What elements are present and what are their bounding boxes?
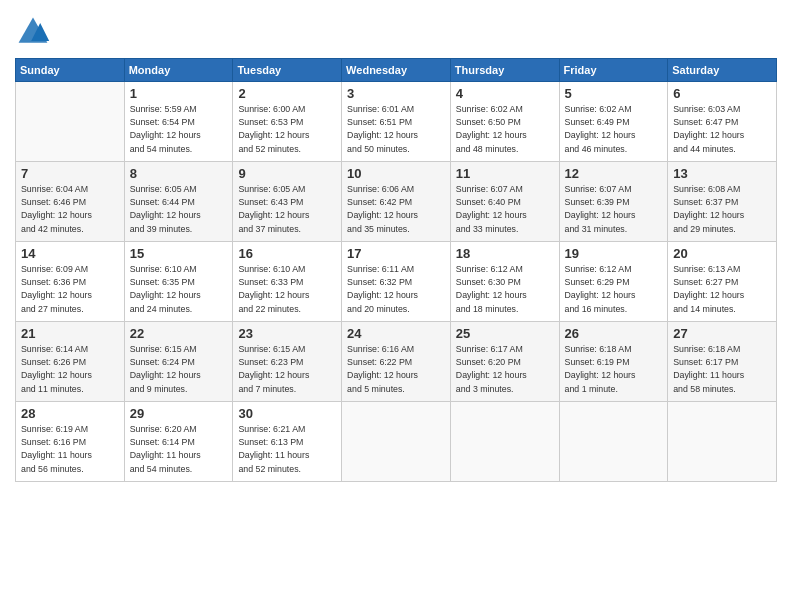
calendar-cell: 2Sunrise: 6:00 AM Sunset: 6:53 PM Daylig… [233,82,342,162]
calendar-cell: 18Sunrise: 6:12 AM Sunset: 6:30 PM Dayli… [450,242,559,322]
day-info: Sunrise: 6:02 AM Sunset: 6:50 PM Dayligh… [456,103,554,156]
calendar-cell: 23Sunrise: 6:15 AM Sunset: 6:23 PM Dayli… [233,322,342,402]
day-header-saturday: Saturday [668,59,777,82]
page: SundayMondayTuesdayWednesdayThursdayFrid… [0,0,792,612]
week-row-5: 28Sunrise: 6:19 AM Sunset: 6:16 PM Dayli… [16,402,777,482]
day-info: Sunrise: 6:05 AM Sunset: 6:44 PM Dayligh… [130,183,228,236]
day-info: Sunrise: 6:10 AM Sunset: 6:35 PM Dayligh… [130,263,228,316]
calendar-cell: 1Sunrise: 5:59 AM Sunset: 6:54 PM Daylig… [124,82,233,162]
day-number: 30 [238,406,336,421]
day-number: 3 [347,86,445,101]
calendar-cell: 12Sunrise: 6:07 AM Sunset: 6:39 PM Dayli… [559,162,668,242]
calendar-cell: 26Sunrise: 6:18 AM Sunset: 6:19 PM Dayli… [559,322,668,402]
calendar-cell: 9Sunrise: 6:05 AM Sunset: 6:43 PM Daylig… [233,162,342,242]
day-header-monday: Monday [124,59,233,82]
calendar-cell [16,82,125,162]
day-info: Sunrise: 6:02 AM Sunset: 6:49 PM Dayligh… [565,103,663,156]
calendar-cell: 22Sunrise: 6:15 AM Sunset: 6:24 PM Dayli… [124,322,233,402]
logo-icon [15,14,51,50]
calendar-cell: 6Sunrise: 6:03 AM Sunset: 6:47 PM Daylig… [668,82,777,162]
day-info: Sunrise: 6:07 AM Sunset: 6:40 PM Dayligh… [456,183,554,236]
day-number: 27 [673,326,771,341]
day-number: 21 [21,326,119,341]
calendar-cell: 3Sunrise: 6:01 AM Sunset: 6:51 PM Daylig… [342,82,451,162]
calendar-cell: 10Sunrise: 6:06 AM Sunset: 6:42 PM Dayli… [342,162,451,242]
day-info: Sunrise: 6:03 AM Sunset: 6:47 PM Dayligh… [673,103,771,156]
day-number: 22 [130,326,228,341]
day-info: Sunrise: 6:18 AM Sunset: 6:17 PM Dayligh… [673,343,771,396]
day-info: Sunrise: 6:00 AM Sunset: 6:53 PM Dayligh… [238,103,336,156]
week-row-3: 14Sunrise: 6:09 AM Sunset: 6:36 PM Dayli… [16,242,777,322]
day-number: 17 [347,246,445,261]
day-number: 12 [565,166,663,181]
day-header-wednesday: Wednesday [342,59,451,82]
day-info: Sunrise: 6:19 AM Sunset: 6:16 PM Dayligh… [21,423,119,476]
day-number: 26 [565,326,663,341]
day-info: Sunrise: 6:16 AM Sunset: 6:22 PM Dayligh… [347,343,445,396]
day-info: Sunrise: 6:10 AM Sunset: 6:33 PM Dayligh… [238,263,336,316]
day-number: 19 [565,246,663,261]
day-number: 2 [238,86,336,101]
day-info: Sunrise: 6:13 AM Sunset: 6:27 PM Dayligh… [673,263,771,316]
day-info: Sunrise: 6:04 AM Sunset: 6:46 PM Dayligh… [21,183,119,236]
calendar-cell: 8Sunrise: 6:05 AM Sunset: 6:44 PM Daylig… [124,162,233,242]
day-info: Sunrise: 6:15 AM Sunset: 6:23 PM Dayligh… [238,343,336,396]
calendar-cell: 11Sunrise: 6:07 AM Sunset: 6:40 PM Dayli… [450,162,559,242]
day-info: Sunrise: 6:18 AM Sunset: 6:19 PM Dayligh… [565,343,663,396]
day-number: 25 [456,326,554,341]
day-info: Sunrise: 6:12 AM Sunset: 6:29 PM Dayligh… [565,263,663,316]
day-number: 28 [21,406,119,421]
calendar-cell: 13Sunrise: 6:08 AM Sunset: 6:37 PM Dayli… [668,162,777,242]
day-header-tuesday: Tuesday [233,59,342,82]
day-info: Sunrise: 6:21 AM Sunset: 6:13 PM Dayligh… [238,423,336,476]
calendar-cell: 17Sunrise: 6:11 AM Sunset: 6:32 PM Dayli… [342,242,451,322]
day-info: Sunrise: 6:15 AM Sunset: 6:24 PM Dayligh… [130,343,228,396]
day-info: Sunrise: 6:14 AM Sunset: 6:26 PM Dayligh… [21,343,119,396]
day-number: 10 [347,166,445,181]
day-number: 6 [673,86,771,101]
day-number: 4 [456,86,554,101]
calendar-cell [668,402,777,482]
calendar-cell: 15Sunrise: 6:10 AM Sunset: 6:35 PM Dayli… [124,242,233,322]
calendar-cell: 30Sunrise: 6:21 AM Sunset: 6:13 PM Dayli… [233,402,342,482]
calendar-cell: 19Sunrise: 6:12 AM Sunset: 6:29 PM Dayli… [559,242,668,322]
week-row-1: 1Sunrise: 5:59 AM Sunset: 6:54 PM Daylig… [16,82,777,162]
day-header-sunday: Sunday [16,59,125,82]
day-header-friday: Friday [559,59,668,82]
calendar-cell: 5Sunrise: 6:02 AM Sunset: 6:49 PM Daylig… [559,82,668,162]
day-info: Sunrise: 6:08 AM Sunset: 6:37 PM Dayligh… [673,183,771,236]
day-number: 14 [21,246,119,261]
day-number: 18 [456,246,554,261]
day-number: 1 [130,86,228,101]
calendar-cell: 21Sunrise: 6:14 AM Sunset: 6:26 PM Dayli… [16,322,125,402]
calendar-cell: 25Sunrise: 6:17 AM Sunset: 6:20 PM Dayli… [450,322,559,402]
calendar-cell [450,402,559,482]
calendar-cell: 20Sunrise: 6:13 AM Sunset: 6:27 PM Dayli… [668,242,777,322]
day-info: Sunrise: 6:06 AM Sunset: 6:42 PM Dayligh… [347,183,445,236]
header [15,10,777,50]
day-info: Sunrise: 6:09 AM Sunset: 6:36 PM Dayligh… [21,263,119,316]
day-info: Sunrise: 6:01 AM Sunset: 6:51 PM Dayligh… [347,103,445,156]
day-number: 13 [673,166,771,181]
day-number: 24 [347,326,445,341]
day-info: Sunrise: 6:12 AM Sunset: 6:30 PM Dayligh… [456,263,554,316]
day-header-thursday: Thursday [450,59,559,82]
day-number: 8 [130,166,228,181]
calendar-cell [342,402,451,482]
calendar-table: SundayMondayTuesdayWednesdayThursdayFrid… [15,58,777,482]
day-number: 7 [21,166,119,181]
day-info: Sunrise: 6:07 AM Sunset: 6:39 PM Dayligh… [565,183,663,236]
calendar-cell [559,402,668,482]
day-info: Sunrise: 5:59 AM Sunset: 6:54 PM Dayligh… [130,103,228,156]
day-info: Sunrise: 6:05 AM Sunset: 6:43 PM Dayligh… [238,183,336,236]
day-number: 29 [130,406,228,421]
day-number: 23 [238,326,336,341]
day-number: 11 [456,166,554,181]
day-info: Sunrise: 6:11 AM Sunset: 6:32 PM Dayligh… [347,263,445,316]
day-info: Sunrise: 6:17 AM Sunset: 6:20 PM Dayligh… [456,343,554,396]
logo [15,14,53,50]
week-row-4: 21Sunrise: 6:14 AM Sunset: 6:26 PM Dayli… [16,322,777,402]
calendar-header-row: SundayMondayTuesdayWednesdayThursdayFrid… [16,59,777,82]
calendar-cell: 27Sunrise: 6:18 AM Sunset: 6:17 PM Dayli… [668,322,777,402]
calendar-cell: 7Sunrise: 6:04 AM Sunset: 6:46 PM Daylig… [16,162,125,242]
